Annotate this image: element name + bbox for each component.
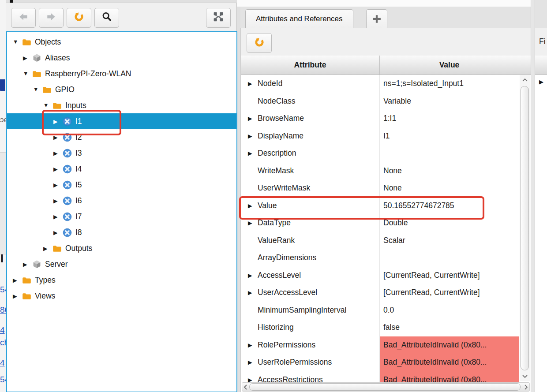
chevron-down-icon[interactable]: ▼: [13, 39, 21, 45]
table-row[interactable]: MinimumSamplingInterval0.0: [241, 302, 531, 319]
tree-item-i7[interactable]: ▶I7: [7, 209, 236, 224]
refresh-button[interactable]: [247, 33, 272, 53]
search-button[interactable]: [94, 8, 119, 28]
attribute-cell[interactable]: ▶Value: [241, 197, 380, 215]
chevron-right-icon[interactable]: ▶: [248, 202, 258, 209]
tree-item-raspberrypi-zero-wlan[interactable]: ▼RaspberryPI-Zero-WLAN: [7, 66, 236, 82]
tree-item-i5[interactable]: ▶I5: [7, 177, 236, 193]
attribute-cell[interactable]: ▶AccessLevel: [241, 267, 380, 284]
value-cell[interactable]: [380, 145, 519, 162]
chevron-right-icon[interactable]: ▶: [248, 359, 258, 366]
value-cell[interactable]: [380, 249, 519, 267]
table-row[interactable]: ArrayDimensions: [241, 249, 531, 267]
scroll-up-button[interactable]: [520, 75, 530, 85]
attribute-cell[interactable]: ▶UserRolePermissions: [241, 354, 380, 371]
table-row[interactable]: ▶DataTypeDouble: [241, 214, 531, 232]
table-row[interactable]: UserWriteMaskNone: [241, 179, 531, 197]
tree-item-i1[interactable]: ▶I1: [7, 113, 236, 129]
table-row[interactable]: ▶NodeIdns=1;s=Isolated_Input1: [241, 75, 531, 93]
column-header-attribute[interactable]: Attribute: [241, 56, 380, 75]
attribute-cell[interactable]: MinimumSamplingInterval: [241, 302, 380, 319]
tree-item-outputs[interactable]: ▶Outputs: [7, 240, 236, 256]
chevron-right-icon[interactable]: ▶: [248, 133, 258, 139]
panel-splitter[interactable]: [531, 0, 535, 392]
chevron-right-icon[interactable]: ▶: [53, 198, 62, 204]
chevron-right-icon[interactable]: ▶: [248, 342, 258, 348]
attribute-cell[interactable]: ▶BrowseName: [241, 110, 380, 127]
chevron-right-icon[interactable]: ▶: [13, 277, 21, 284]
chevron-right-icon[interactable]: ▶: [248, 289, 258, 296]
attribute-cell[interactable]: ▶UserAccessLevel: [241, 284, 380, 302]
tree-item-inputs[interactable]: ▼Inputs: [7, 97, 236, 113]
attribute-cell[interactable]: ArrayDimensions: [241, 249, 380, 267]
chevron-right-icon[interactable]: ▶: [248, 80, 258, 87]
tree-item-objects[interactable]: ▼Objects: [7, 34, 236, 50]
chevron-right-icon[interactable]: ▶: [23, 55, 31, 61]
chevron-right-icon[interactable]: ▶: [53, 134, 62, 141]
table-row[interactable]: ▶AccessLevel[CurrentRead, CurrentWrite]: [241, 267, 531, 284]
chevron-right-icon[interactable]: ▶: [13, 293, 21, 299]
value-cell[interactable]: Bad_AttributeIdInvalid (0x80...: [380, 354, 519, 371]
attribute-cell[interactable]: UserWriteMask: [241, 179, 380, 197]
table-row[interactable]: NodeClassVariable: [241, 93, 531, 110]
attribute-cell[interactable]: ▶RolePermissions: [241, 336, 380, 354]
table-row[interactable]: Historizingfalse: [241, 319, 531, 336]
attribute-cell[interactable]: WriteMask: [241, 162, 380, 180]
value-cell[interactable]: 0.0: [380, 302, 519, 319]
value-cell[interactable]: I1: [380, 127, 519, 145]
table-row[interactable]: ▶UserRolePermissionsBad_AttributeIdInval…: [241, 354, 531, 371]
forward-button[interactable]: [39, 8, 64, 28]
value-cell[interactable]: Double: [380, 214, 519, 232]
chevron-right-icon[interactable]: ▶: [43, 245, 52, 252]
table-row[interactable]: ▶Description: [241, 145, 531, 162]
tree-item-i6[interactable]: ▶I6: [7, 193, 236, 209]
scroll-right-button[interactable]: [523, 383, 529, 391]
table-row[interactable]: ValueRankScalar: [241, 232, 531, 250]
table-row[interactable]: ▶BrowseName1:I1: [241, 110, 531, 127]
tree-item-views[interactable]: ▶Views: [7, 288, 236, 304]
table-row[interactable]: WriteMaskNone: [241, 162, 531, 180]
value-cell[interactable]: Bad_AttributeIdInvalid (0x80...: [380, 336, 519, 354]
horizontal-scrollbar-thumb[interactable]: [249, 383, 521, 391]
value-cell[interactable]: [CurrentRead, CurrentWrite]: [380, 267, 519, 284]
horizontal-scrollbar[interactable]: [242, 382, 530, 392]
tree-item-aliases[interactable]: ▶Aliases: [7, 50, 236, 66]
value-cell[interactable]: None: [380, 179, 519, 197]
value-cell[interactable]: ns=1;s=Isolated_Input1: [380, 75, 519, 93]
value-cell[interactable]: false: [380, 319, 519, 336]
chevron-right-icon[interactable]: ▶: [248, 272, 258, 279]
chevron-right-icon[interactable]: ▶: [23, 261, 31, 268]
attribute-cell[interactable]: ▶DataType: [241, 214, 380, 232]
vertical-scrollbar-thumb[interactable]: [521, 86, 529, 370]
table-row[interactable]: ▶Value50.16552774672785: [241, 197, 531, 215]
chevron-down-icon[interactable]: ▼: [33, 86, 41, 93]
chevron-right-icon[interactable]: ▶: [248, 115, 258, 122]
chevron-right-icon[interactable]: ▶: [53, 213, 62, 220]
chevron-right-icon[interactable]: ▶: [53, 166, 62, 172]
value-cell[interactable]: None: [380, 162, 519, 180]
scroll-down-button[interactable]: [520, 371, 530, 381]
value-cell[interactable]: [CurrentRead, CurrentWrite]: [380, 284, 519, 302]
tree-item-i2[interactable]: ▶I2: [7, 129, 236, 145]
table-row[interactable]: ▶UserAccessLevel[CurrentRead, CurrentWri…: [241, 284, 531, 302]
tree-item-gpio[interactable]: ▼GPIO: [7, 82, 236, 97]
tree-item-i4[interactable]: ▶I4: [7, 161, 236, 177]
tree-item-types[interactable]: ▶Types: [7, 272, 236, 288]
chevron-down-icon[interactable]: ▼: [43, 102, 52, 108]
attribute-cell[interactable]: ▶DisplayName: [241, 127, 380, 145]
chevron-right-icon[interactable]: ▶: [53, 150, 62, 157]
chevron-right-icon[interactable]: ▶: [53, 182, 62, 188]
value-cell[interactable]: 1:I1: [380, 110, 519, 127]
value-cell[interactable]: Variable: [380, 93, 519, 110]
tab-attributes-and-references[interactable]: Attributes and References: [245, 9, 353, 28]
vertical-scrollbar[interactable]: [520, 75, 530, 381]
scroll-left-button[interactable]: [242, 383, 249, 391]
chevron-right-icon[interactable]: ▶: [53, 229, 62, 236]
attribute-cell[interactable]: Historizing: [241, 319, 380, 336]
node-graph-button[interactable]: [206, 8, 231, 28]
table-row[interactable]: ▶RolePermissionsBad_AttributeIdInvalid (…: [241, 336, 531, 354]
back-button[interactable]: [11, 8, 36, 28]
value-cell[interactable]: Scalar: [380, 232, 519, 250]
chevron-right-icon[interactable]: ▶: [248, 220, 258, 226]
refresh-button[interactable]: [67, 8, 91, 28]
